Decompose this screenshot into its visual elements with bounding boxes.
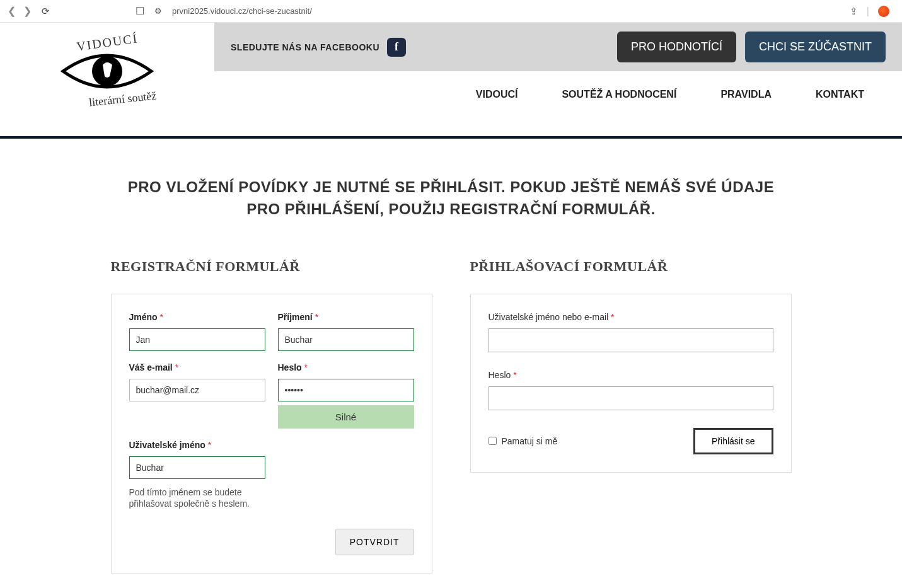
- password-strength-badge: Silné: [278, 405, 414, 429]
- required-star: *: [175, 362, 178, 372]
- username-field-wrap: Uživatelské jméno * Pod tímto jménem se …: [129, 440, 265, 510]
- nav-contact[interactable]: KONTAKT: [816, 89, 864, 100]
- follow-group: SLEDUJTE NÁS NA FACEBOOKU f: [231, 38, 406, 57]
- url-area: ☐ ⚙ prvni2025.vidouci.cz/chci-se-zucastn…: [60, 5, 840, 17]
- participate-button[interactable]: CHCI SE ZÚČASTNIT: [745, 32, 886, 62]
- main-nav: VIDOUCÍ SOUTĚŽ A HODNOCENÍ PRAVIDLA KONT…: [214, 71, 902, 118]
- required-star: *: [513, 370, 516, 380]
- registration-column: REGISTRAČNÍ FORMULÁŘ Jméno *: [111, 258, 432, 574]
- share-icon[interactable]: ⇪: [850, 6, 858, 17]
- back-icon[interactable]: ❮: [8, 5, 16, 17]
- first-name-label: Jméno *: [129, 312, 265, 322]
- browser-right-icons: ⇪ |: [850, 6, 894, 17]
- address-bar[interactable]: prvni2025.vidouci.cz/chci-se-zucastnit/: [172, 6, 312, 16]
- nav-home[interactable]: VIDOUCÍ: [476, 89, 518, 100]
- forward-icon: ❯: [23, 5, 32, 17]
- site-header: VIDOUCÍ literární soutěž SLEDUJTE NÁS NA…: [0, 23, 902, 139]
- login-password-input[interactable]: [489, 386, 773, 410]
- registration-title: REGISTRAČNÍ FORMULÁŘ: [111, 258, 432, 275]
- password-field-wrap: Heslo * Silné: [278, 362, 414, 429]
- top-bar: SLEDUJTE NÁS NA FACEBOOKU f PRO HODNOTÍC…: [214, 23, 902, 71]
- separator: |: [867, 6, 869, 17]
- last-name-input[interactable]: [278, 328, 414, 351]
- follow-text: SLEDUJTE NÁS NA FACEBOOKU: [231, 42, 379, 52]
- eye-icon: [57, 46, 158, 96]
- page-heading: PRO VLOŽENÍ POVÍDKY JE NUTNÉ SE PŘIHLÁSI…: [111, 176, 792, 221]
- first-name-input[interactable]: [129, 328, 265, 351]
- remember-me-label: Pamatuj si mě: [502, 436, 558, 446]
- required-star: *: [304, 362, 308, 372]
- required-star: *: [611, 312, 614, 322]
- last-name-label: Příjmení *: [278, 312, 414, 322]
- required-star: *: [208, 440, 211, 450]
- browser-chrome: ❮ ❯ ⟳ ☐ ⚙ prvni2025.vidouci.cz/chci-se-z…: [0, 0, 902, 23]
- nav-rules[interactable]: PRAVIDLA: [720, 89, 772, 100]
- login-title: PŘIHLAŠOVACÍ FORMULÁŘ: [470, 258, 792, 275]
- username-input[interactable]: [129, 456, 265, 479]
- email-label: Váš e-mail *: [129, 362, 265, 372]
- site-logo[interactable]: VIDOUCÍ literární soutěž: [0, 23, 214, 136]
- reload-icon[interactable]: ⟳: [42, 6, 50, 17]
- email-input[interactable]: [129, 379, 265, 401]
- nav-contest[interactable]: SOUTĚŽ A HODNOCENÍ: [562, 89, 676, 100]
- nav-arrows: ❮ ❯: [8, 5, 32, 17]
- login-submit-button[interactable]: Přihlásit se: [693, 428, 773, 454]
- evaluators-button[interactable]: PRO HODNOTÍCÍ: [617, 32, 736, 62]
- required-star: *: [160, 312, 163, 322]
- site-settings-icon[interactable]: ⚙: [154, 6, 162, 16]
- required-star: *: [315, 312, 318, 322]
- last-name-field: Příjmení *: [278, 312, 414, 351]
- register-submit-button[interactable]: POTVRDIT: [335, 529, 414, 555]
- login-password-label: Heslo *: [489, 370, 773, 380]
- login-form: Uživatelské jméno nebo e-mail * Heslo * …: [470, 294, 792, 473]
- bookmark-icon[interactable]: ☐: [136, 5, 144, 17]
- password-label: Heslo *: [278, 362, 414, 372]
- login-user-input[interactable]: [489, 328, 773, 352]
- username-label: Uživatelské jméno *: [129, 440, 265, 450]
- email-field-wrap: Váš e-mail *: [129, 362, 265, 429]
- brave-shield-icon[interactable]: [878, 6, 889, 17]
- username-hint: Pod tímto jménem se budete přihlašovat s…: [129, 487, 265, 510]
- remember-me-checkbox[interactable]: [489, 437, 497, 445]
- registration-form: Jméno * Příjmení *: [111, 294, 432, 574]
- login-column: PŘIHLAŠOVACÍ FORMULÁŘ Uživatelské jméno …: [470, 258, 792, 574]
- remember-me-wrap[interactable]: Pamatuj si mě: [489, 436, 558, 446]
- header-buttons: PRO HODNOTÍCÍ CHCI SE ZÚČASTNIT: [617, 32, 886, 62]
- first-name-field: Jméno *: [129, 312, 265, 351]
- login-user-label: Uživatelské jméno nebo e-mail *: [489, 312, 773, 322]
- facebook-icon[interactable]: f: [387, 38, 406, 57]
- password-input[interactable]: [278, 379, 414, 401]
